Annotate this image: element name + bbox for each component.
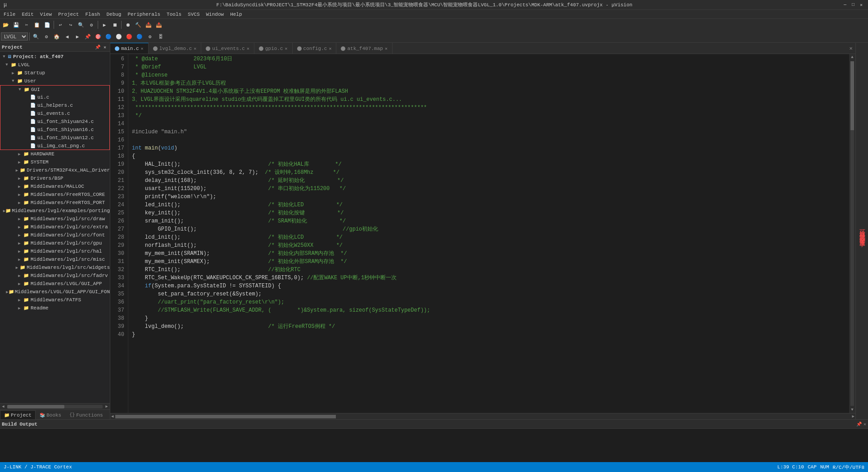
tree-item[interactable]: ▶📁Middlewares/LVGL/GUI_APP/GUI_FON [0,288,110,296]
menu-item-help[interactable]: Help [227,11,244,18]
toolbar-btn-13[interactable]: 📥 [144,20,154,29]
toolbar-btn-1[interactable]: 💾 [11,20,21,29]
tree-item[interactable]: ▶📁SYSTEM [0,158,110,166]
toolbar-btn-2[interactable]: ✂ [22,20,32,29]
tree-item[interactable]: 📄ui_font_Shiyuan16.c [0,126,110,134]
tab-close-button[interactable]: ✕ [194,46,196,51]
menu-item-window[interactable]: Window [203,11,227,18]
toolbar2-btn-0[interactable]: 🔍 [31,32,41,41]
build-close-button[interactable]: ✕ [863,422,866,427]
scroll-right[interactable]: ▶ [104,404,110,410]
menu-item-tools[interactable]: Tools [164,11,184,18]
menu-item-flash[interactable]: Flash [82,11,103,18]
tree-root[interactable]: ▼ 🖥 Project: atk_f407 [0,53,110,61]
toolbar-btn-8[interactable]: ⚙ [86,20,96,29]
tab-close-button[interactable]: ✕ [385,46,388,51]
tree-item[interactable]: ▶📁Middlewares/lvgl/src/widgets [0,263,110,272]
tree-item[interactable]: ▼📁LVGL [0,61,110,69]
menu-item-edit[interactable]: Edit [19,11,36,18]
toolbar2-btn-10[interactable]: 🔵 [135,32,145,41]
editor-tab-ui_events-c[interactable]: ui_events.c✕ [201,43,254,54]
toolbar-btn-10[interactable]: ⏹ [110,20,120,29]
tree-item[interactable]: 📄ui.c [0,93,110,101]
tree-item[interactable]: ▶📁Middlewares/MALLOC [0,182,110,191]
minimize-button[interactable]: — [842,2,848,8]
toolbar2-btn-5[interactable]: 📌 [83,32,93,41]
toolbar-btn-12[interactable]: 🔨 [133,20,143,29]
toolbar2-btn-11[interactable]: ⚙ [145,32,155,41]
tree-item[interactable]: ▶📁HARDWARE [0,150,110,158]
toolbar-btn-5[interactable]: ↩ [55,20,65,29]
toolbar2-btn-8[interactable]: ⚪ [114,32,124,41]
editor-tab-config-c[interactable]: config.c✕ [293,43,337,54]
scroll-left[interactable]: ◀ [0,404,6,410]
tree-item[interactable]: ▶📁Middlewares/FreeRTOS_CORE [0,191,110,199]
toolbar2-btn-9[interactable]: 🔴 [124,32,134,41]
tab-close-button[interactable]: ✕ [247,46,249,51]
tree-item[interactable]: ▶📁Middlewares/lvgl/src/gpu [0,239,110,247]
panel-pin-button[interactable]: 📌 [95,44,101,50]
tree-item[interactable]: ▶📁Middlewares/lvgl/src/hal [0,247,110,255]
tree-item[interactable]: ▶📁Middlewares/LVGL/GUI_APP [0,280,110,288]
editor-tab-lvgl_demo-c[interactable]: lvgl_demo.c✕ [149,43,202,54]
editor-tab-main-c[interactable]: main.c✕ [110,43,149,54]
toolbar2-btn-12[interactable]: 🎛 [155,32,165,41]
toolbar-btn-7[interactable]: 🔍 [76,20,86,29]
panel-tab-project[interactable]: 📁Project [0,410,36,419]
menu-item-file[interactable]: File [1,11,18,18]
toolbar2-btn-3[interactable]: ◀ [62,32,72,41]
tree-item[interactable]: ▶📁Middlewares/lvgl/src/draw [0,215,110,223]
menu-item-peripherals[interactable]: Peripherals [125,11,163,18]
menu-item-svcs[interactable]: SVCS [185,11,202,18]
lvgl-combo[interactable]: LVGL [1,32,28,41]
tree-item[interactable]: 📄ui_font_Shiyuan12.c [0,134,110,142]
tree-item[interactable]: 📄ui_font_Shiyuan24.c [0,118,110,126]
tree-item[interactable]: ▶📁Middlewares/lvgl/src/fadrv [0,272,110,280]
toolbar2-btn-7[interactable]: 🔵 [104,32,113,41]
tree-item[interactable]: ▶📁Startup [0,69,110,77]
toolbar2-btn-4[interactable]: ▶ [72,32,82,41]
close-button[interactable]: ✕ [858,2,864,8]
toolbar-btn-9[interactable]: ▶ [99,20,109,29]
menu-item-debug[interactable]: Debug [104,11,124,18]
toolbar2-btn-1[interactable]: ⚙ [41,32,51,41]
toolbar-btn-14[interactable]: 📤 [154,20,164,29]
tree-item[interactable]: ▶📁Middlewares/lvgl/src/extra [0,223,110,231]
menu-item-view[interactable]: View [37,11,54,18]
toolbar-btn-0[interactable]: 📂 [1,20,11,29]
tree-item[interactable]: ▼📁GUI [0,85,110,93]
tree-item[interactable]: 📄ui_img_cat_png.c [0,142,110,150]
tab-close-button[interactable]: ✕ [329,46,331,51]
scroll-right-code[interactable]: ▶ [851,414,855,419]
tree-item[interactable]: ▶📁Middlewares/lvgl/src/misc [0,255,110,263]
tabs-close-button[interactable]: ✕ [846,43,855,54]
menu-item-project[interactable]: Project [55,11,81,18]
panel-tab-functions[interactable]: {}Functions [65,410,107,419]
tree-item[interactable]: ▶📁Middlewares/FreeRTOS_PORT [0,199,110,207]
tree-item[interactable]: ▶📁Drivers/STM32F4xx_HAL_Driver [0,166,110,174]
toolbar-btn-11[interactable]: ⏺ [123,20,133,29]
tree-item[interactable]: ▶📁Middlewares/lvgl/src/font [0,231,110,239]
code-content[interactable]: * @date 2023年6月10日 * @brief LVGL * @lice… [128,54,849,413]
toolbar-btn-6[interactable]: ↪ [66,20,76,29]
toolbar2-btn-2[interactable]: 🏠 [52,32,62,41]
scroll-up-arrow[interactable]: ▲ [849,54,855,60]
toolbar-btn-3[interactable]: 📋 [32,20,42,29]
scroll-left-code[interactable]: ◀ [110,414,114,419]
editor-tab-atk_f407-map[interactable]: atk_f407.map✕ [336,43,392,54]
tab-close-button[interactable]: ✕ [141,46,144,51]
toolbar-btn-4[interactable]: 📄 [42,20,52,29]
panel-tab-books[interactable]: 📚Books [36,410,65,419]
build-pin-button[interactable]: 📌 [856,422,862,427]
tree-item[interactable]: ▶📁Middlewares/lvgl/examples/porting [0,207,110,215]
tree-item[interactable]: 📄ui_events.c [0,109,110,118]
tree-item[interactable]: ▶📁Readme [0,304,110,312]
tree-item[interactable]: ▶📁Middlewares/FATFS [0,296,110,304]
toolbar2-btn-6[interactable]: 🎯 [93,32,103,41]
panel-close-button[interactable]: ✕ [102,44,108,50]
maximize-button[interactable]: □ [850,2,856,8]
scroll-down-arrow[interactable]: ▼ [849,407,855,413]
tab-close-button[interactable]: ✕ [285,46,288,51]
tree-item[interactable]: 📄ui_helpers.c [0,101,110,109]
tree-item[interactable]: ▼📁User [0,77,110,85]
